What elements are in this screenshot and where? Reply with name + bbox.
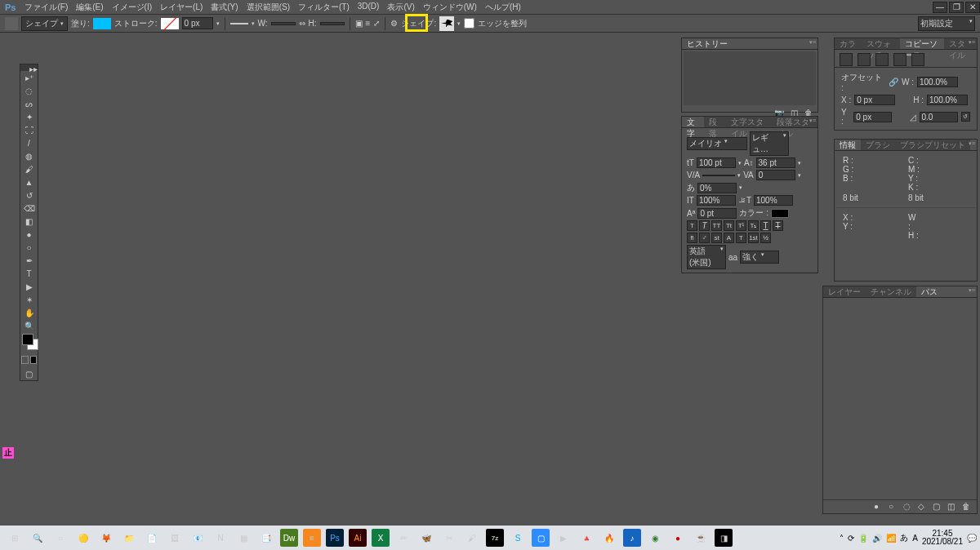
tab-color[interactable]: カラー — [835, 38, 862, 49]
clone-src-5[interactable] — [911, 53, 924, 66]
screen-mode[interactable]: ▢ — [20, 367, 38, 380]
notepad-icon[interactable]: 📄 — [143, 529, 161, 547]
align-edges-checkbox[interactable] — [464, 18, 474, 29]
speaker-icon[interactable]: 🔊 — [872, 534, 882, 543]
font-style-select[interactable]: レギュ…▾ — [750, 131, 789, 156]
app-icon[interactable]: ▦ — [234, 529, 252, 547]
panel-menu-icon[interactable]: ▾≡ — [808, 38, 817, 47]
x-input[interactable]: 0 px — [854, 95, 895, 105]
shape-mode-select[interactable]: シェイプ▾ — [21, 16, 68, 31]
bold-button[interactable]: T — [687, 220, 697, 231]
allcaps-button[interactable]: TT — [711, 220, 722, 231]
leading-dropdown[interactable]: ▾ — [798, 160, 801, 166]
clone-src-2[interactable] — [858, 53, 871, 66]
outlook-icon[interactable]: 📧 — [189, 529, 207, 547]
tab-brushpreset[interactable]: ブラシプリセット — [895, 140, 970, 150]
minimize-button[interactable]: — — [933, 2, 947, 13]
tab-paths[interactable]: パス — [916, 286, 942, 297]
swash-button[interactable]: ♂ — [699, 233, 710, 243]
record-icon[interactable]: ● — [669, 529, 687, 547]
stroke-style-dropdown[interactable]: ▾ — [252, 20, 255, 27]
battery-icon[interactable]: 🔋 — [858, 534, 868, 543]
clone-src-1[interactable] — [840, 53, 853, 66]
underline-button[interactable]: T — [760, 220, 771, 231]
panel-menu-icon[interactable]: ▾≡ — [967, 38, 977, 47]
custom-shape-tool[interactable]: ✶ — [20, 293, 38, 306]
shape-options-gear-icon[interactable]: ⚙ — [390, 19, 398, 28]
close-button[interactable]: ✕ — [965, 2, 980, 13]
menu-filter[interactable]: フィルター(T) — [294, 0, 354, 15]
dodge-tool[interactable]: ○ — [20, 241, 38, 254]
tab-history[interactable]: ヒストリー — [682, 38, 733, 49]
tab-brush[interactable]: ブラシ — [861, 140, 895, 150]
stroke-width-dropdown[interactable]: ▾ — [216, 20, 220, 27]
blur-tool[interactable]: ● — [20, 228, 38, 241]
superscript-button[interactable]: T¹ — [736, 220, 746, 231]
chrome-icon[interactable]: 🟡 — [74, 529, 92, 547]
tools-header[interactable]: ▸▸ — [20, 64, 38, 71]
angle-input[interactable]: 0.0 — [920, 112, 958, 122]
vlc-icon[interactable]: 🔺 — [577, 529, 595, 547]
liga-button[interactable]: fi — [687, 233, 697, 243]
eraser-tool[interactable]: ⌫ — [20, 202, 38, 215]
titling-button[interactable]: T — [736, 233, 746, 243]
subscript-button[interactable]: T₁ — [748, 220, 759, 231]
italic-button[interactable]: T — [699, 220, 710, 231]
w-input[interactable]: 100.0% — [917, 77, 958, 87]
altlig-button[interactable]: A — [724, 233, 734, 243]
baseline-input[interactable]: 0 pt — [697, 208, 737, 219]
arrange-icon[interactable]: ⤢ — [373, 19, 380, 28]
hscale-input[interactable]: 100% — [754, 195, 793, 206]
tray-overflow-icon[interactable]: ˄ — [840, 534, 844, 543]
stamp-tool[interactable]: ▲ — [20, 175, 38, 189]
tracking-dropdown[interactable]: ▾ — [798, 172, 801, 179]
app-icon[interactable]: ☕ — [692, 529, 710, 547]
smallcaps-button[interactable]: Tt — [724, 220, 734, 231]
marquee-tool[interactable]: ◌ — [20, 84, 38, 97]
crop-tool[interactable]: ⛶ — [20, 123, 38, 136]
explorer-icon[interactable]: 📁 — [120, 529, 138, 547]
cortana-button[interactable]: ○ — [51, 529, 69, 547]
reset-transform-button[interactable]: ↺ — [961, 112, 970, 122]
app-icon[interactable]: 🔥 — [600, 529, 618, 547]
ime-mode-icon[interactable]: あ — [900, 532, 908, 543]
color-swatches[interactable] — [20, 332, 38, 355]
font-family-select[interactable]: メイリオ▾ — [687, 137, 747, 150]
width-input[interactable] — [271, 22, 296, 25]
brush-tool[interactable]: 🖌 — [20, 162, 38, 175]
maximize-button[interactable]: ❐ — [949, 2, 964, 13]
height-input[interactable] — [320, 22, 345, 25]
vscale-input[interactable]: 100% — [697, 195, 736, 206]
delete-path-icon[interactable]: 🗑 — [962, 502, 972, 512]
fill-path-icon[interactable]: ● — [874, 502, 884, 512]
excel-icon[interactable]: X — [372, 529, 390, 547]
menu-image[interactable]: イメージ(I) — [108, 0, 156, 15]
tsume-dropdown[interactable]: ▾ — [739, 184, 742, 191]
gradient-tool[interactable]: ◧ — [20, 215, 38, 228]
combine-shapes-icon[interactable]: ▣ — [355, 19, 363, 28]
strikethrough-button[interactable]: T — [773, 220, 783, 231]
kerning-dropdown[interactable]: ▾ — [737, 172, 741, 179]
link-icon[interactable]: 🔗 — [889, 78, 898, 86]
stroke-style-preview[interactable] — [230, 23, 248, 24]
leading-input[interactable]: 36 pt — [756, 157, 795, 168]
firefox-icon[interactable]: 🦊 — [97, 529, 115, 547]
h-input[interactable]: 100.0% — [927, 95, 968, 105]
text-color-swatch[interactable] — [771, 209, 789, 218]
menu-layer[interactable]: レイヤー(L) — [156, 0, 207, 15]
music-icon[interactable]: ♪ — [623, 529, 641, 547]
y-input[interactable]: 0 px — [853, 112, 892, 122]
fill-swatch[interactable] — [93, 18, 111, 29]
zoom-icon[interactable]: ▢ — [532, 529, 550, 547]
photoshop-icon[interactable]: Ps — [326, 529, 344, 547]
7zip-icon[interactable]: 7z — [486, 529, 504, 547]
panel-menu-icon[interactable]: ▾≡ — [967, 140, 977, 148]
menu-window[interactable]: ウィンドウ(W) — [419, 0, 481, 15]
menu-file[interactable]: ファイル(F) — [20, 0, 72, 15]
media-icon[interactable]: ▶ — [555, 529, 572, 547]
text-tool[interactable]: T — [20, 267, 38, 280]
zoom-tool[interactable]: 🔍 — [20, 319, 38, 332]
tab-paragraph[interactable]: 段落 — [704, 117, 726, 127]
tool-preset-icon[interactable] — [5, 17, 18, 30]
menu-help[interactable]: ヘルプ(H) — [481, 0, 525, 15]
